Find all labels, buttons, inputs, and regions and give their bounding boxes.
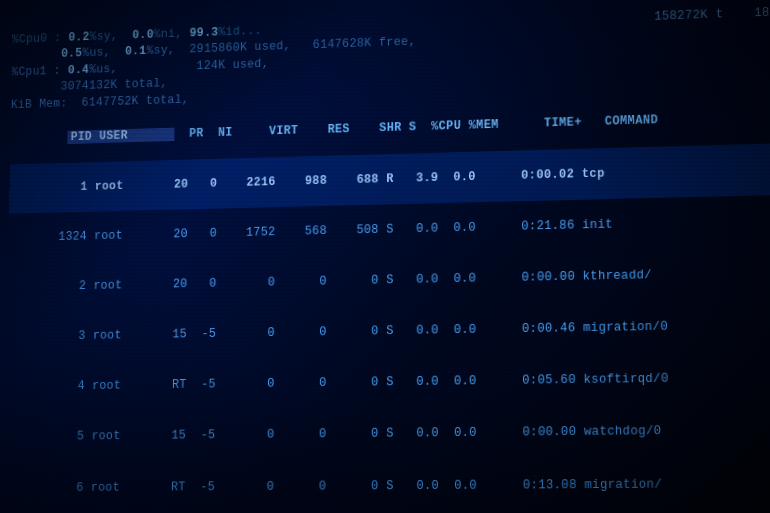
terminal-window: %Cpu0 : 0.2%sy, 0.0%ni, 99.3%id... 15827… xyxy=(0,0,770,513)
process-row-6: 6 root RT -5 0 0 0 S 0.0 0.0 0:13.08 mig… xyxy=(4,458,770,513)
process-row-4: 4 root RT -5 0 0 0 S 0.0 0.0 0:05.60 kso… xyxy=(6,352,770,413)
terminal-content: %Cpu0 : 0.2%sy, 0.0%ni, 99.3%id... 15827… xyxy=(0,4,770,513)
process-row-5: 5 root 15 -5 0 0 0 S 0.0 0.0 0:00.00 wat… xyxy=(5,405,770,464)
